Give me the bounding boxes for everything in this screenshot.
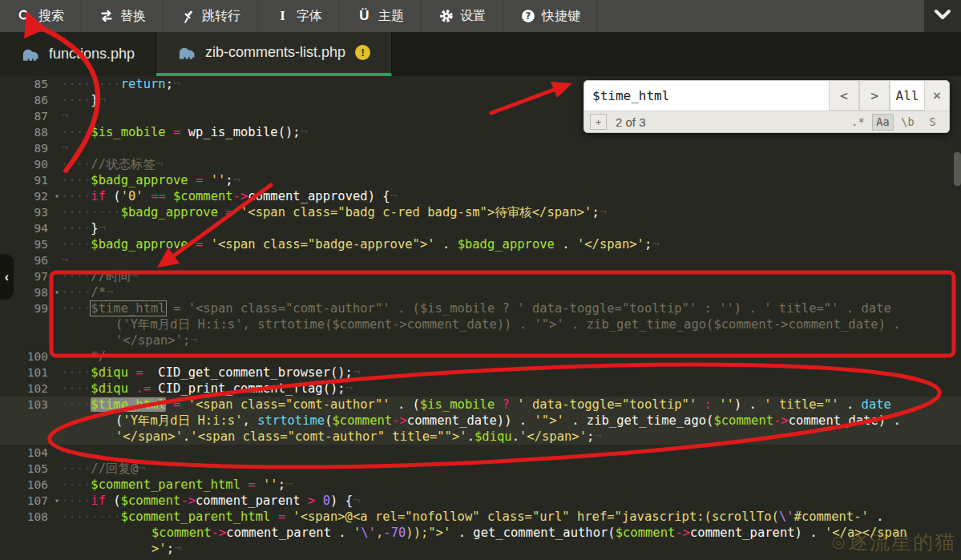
code-row[interactable]: 94····}¬ (0, 220, 961, 236)
line-number: 92▾ (0, 188, 61, 204)
fold-arrow-icon[interactable]: ▾ (55, 188, 59, 204)
code-row[interactable]: ('Y年m月d日 H:i:s', strtotime($comment->com… (0, 413, 961, 429)
toolbar-collapse-button[interactable] (924, 0, 961, 32)
help-icon: ? (520, 9, 535, 24)
fold-arrow-icon[interactable]: ▾ (55, 284, 59, 300)
code-line: ····$time_html = '<span class="comt-auth… (61, 300, 961, 316)
code-row[interactable]: ('Y年m月d日 H:i:s', strtotime($comment->com… (0, 316, 961, 332)
replace-icon (99, 9, 114, 24)
code-line: ····$diqu .= CID_print_comment_flag();¬ (61, 381, 961, 397)
toolbar-item-label: 搜索 (38, 8, 64, 25)
code-row[interactable]: '</span>';¬ (0, 332, 961, 348)
code-row[interactable]: $comment->comment_parent . '\',-70));">'… (0, 525, 961, 541)
tab-bar: functions.phpzib-comments-list.php! (0, 32, 961, 76)
toolbar-item-label: 字体 (297, 8, 322, 25)
fold-arrow-icon[interactable]: ▾ (55, 493, 59, 509)
toolbar-spacer (598, 0, 924, 32)
code-row[interactable]: 95····$badg_approve = '<span class="badg… (0, 236, 961, 252)
code-row[interactable]: 100····*/¬ (0, 348, 961, 365)
code-row[interactable]: 101····$diqu = CID_get_comment_browser()… (0, 365, 961, 381)
pin-icon (180, 9, 196, 24)
code-line: >';¬ (61, 541, 961, 557)
toolbar-item-theme[interactable]: Ü主题 (340, 0, 422, 32)
code-row[interactable]: 102····$diqu .= CID_print_comment_flag()… (0, 381, 961, 397)
chevron-left-icon: ‹ (5, 270, 9, 284)
code-line: ········$comment_parent_html = '<span>@<… (61, 509, 961, 525)
toolbar-item-replace[interactable]: 替换 (82, 0, 164, 32)
code-row[interactable]: 97····//时间¬ (0, 268, 961, 284)
theme-icon: Ü (357, 9, 372, 24)
line-number (0, 316, 61, 332)
code-editor[interactable]: 85········return;¬86····}¬87¬88····$is_m… (0, 76, 961, 560)
search-match-count: 2 of 3 (616, 115, 646, 129)
line-number: 99 (0, 300, 61, 316)
code-row[interactable]: 89¬ (0, 140, 961, 156)
line-number: 107▾ (0, 493, 61, 509)
line-number (0, 541, 61, 557)
code-row[interactable]: '</span>'.'<span class="comt-author" tit… (0, 429, 961, 445)
line-number: 93 (0, 204, 61, 220)
search-word-toggle[interactable]: \b (897, 114, 919, 131)
search-next-button[interactable]: > (859, 81, 890, 111)
code-row[interactable]: 108········$comment_parent_html = '<span… (0, 509, 961, 525)
code-row[interactable]: 98▾····/*¬ (0, 284, 961, 300)
code-line: $comment->comment_parent . '\',-70));">'… (61, 525, 961, 541)
code-line: ····//时间¬ (61, 268, 961, 284)
toolbar-item-settings[interactable]: 设置 (422, 0, 503, 32)
toolbar-item-label: 主题 (378, 8, 404, 25)
code-row[interactable]: 90····//状态标签¬ (0, 156, 961, 172)
code-row[interactable]: 96¬ (0, 252, 961, 268)
code-row[interactable]: 106····$comment_parent_html = '';¬ (0, 477, 961, 493)
code-row[interactable]: 99····$time_html = '<span class="comt-au… (0, 300, 961, 316)
toolbar-item-font[interactable]: I字体 (258, 0, 340, 32)
line-number: 86 (0, 92, 61, 108)
line-number: 91 (0, 172, 61, 188)
search-case-toggle[interactable]: Aa (872, 114, 894, 131)
code-row[interactable]: 92▾····if ('0' == $comment->comment_appr… (0, 188, 961, 204)
sidebar-collapse-handle[interactable]: ‹ (0, 254, 14, 300)
code-row[interactable]: >';¬ (0, 541, 961, 557)
code-row[interactable]: 103····$time_html = '<span class="comt-a… (0, 397, 961, 413)
toolbar-item-search[interactable]: 搜索 (0, 0, 82, 32)
toolbar-item-label: 快捷键 (542, 8, 580, 25)
code-row[interactable]: 104¬ (0, 445, 961, 461)
code-line: ('Y年m月d日 H:i:s', strtotime($comment->com… (61, 413, 961, 429)
line-number: 90 (0, 156, 61, 172)
search-selection-toggle[interactable]: S (922, 114, 943, 131)
code-line: ····*/¬ (61, 348, 961, 365)
code-row[interactable]: 91····$badg_approve = '';¬ (0, 172, 961, 188)
line-number: 102 (0, 381, 61, 397)
code-editor-app: 搜索替换跳转行I字体Ü主题设置?快捷键 functions.phpzib-com… (0, 0, 961, 560)
search-regex-toggle[interactable]: .* (847, 114, 869, 131)
php-file-icon (21, 46, 41, 63)
line-number: 106 (0, 477, 61, 493)
search-input[interactable] (584, 81, 829, 111)
code-line: ('Y年m月d日 H:i:s', strtotime($comment->com… (61, 316, 961, 332)
vertical-scrollbar-thumb[interactable] (954, 152, 961, 186)
code-line: ¬ (61, 252, 961, 268)
code-row[interactable]: 93········$badg_approve = '<span class="… (0, 204, 961, 220)
code-line: ····}¬ (61, 220, 961, 236)
search-all-button[interactable]: All (890, 81, 925, 111)
toolbar-item-shortcuts[interactable]: ?快捷键 (503, 0, 598, 32)
code-row[interactable]: 107▾····if ($comment->comment_parent > 0… (0, 493, 961, 509)
search-add-button[interactable]: + (590, 114, 607, 130)
toolbar-item-label: 设置 (460, 8, 486, 25)
search-prev-button[interactable]: < (829, 81, 859, 111)
toolbar: 搜索替换跳转行I字体Ü主题设置?快捷键 (0, 0, 961, 32)
tab-functions[interactable]: functions.php (0, 32, 156, 76)
code-line: ····$badg_approve = '';¬ (61, 172, 961, 188)
line-number (0, 413, 61, 429)
tab-zib-comments-list[interactable]: zib-comments-list.php! (156, 32, 392, 76)
line-number (0, 332, 61, 348)
toolbar-item-goto-line[interactable]: 跳转行 (164, 0, 258, 32)
line-number: 105 (0, 461, 61, 477)
line-number (0, 525, 61, 541)
search-close-button[interactable]: × (925, 81, 949, 111)
line-number: 95 (0, 236, 61, 252)
line-number: 108 (0, 509, 61, 525)
code-line: ····$badg_approve = '<span class="badge-… (61, 236, 961, 252)
code-line: '</span>'.'<span class="comt-author" tit… (61, 429, 961, 445)
gear-icon (438, 9, 454, 24)
code-row[interactable]: 105····//回复@¬ (0, 461, 961, 477)
